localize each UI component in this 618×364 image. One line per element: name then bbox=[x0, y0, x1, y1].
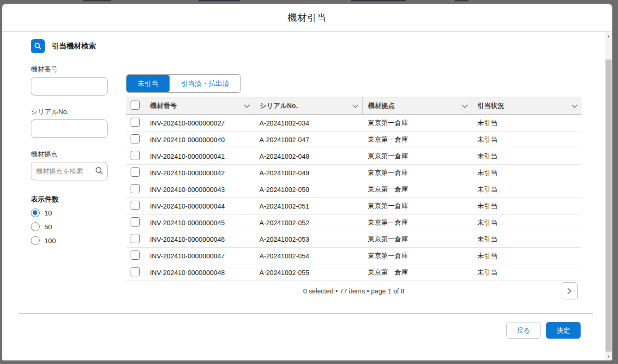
cell-serial-no: A-20241002-051 bbox=[254, 198, 362, 215]
location-search-icon bbox=[95, 167, 103, 177]
equipment-number-input[interactable] bbox=[31, 77, 108, 95]
display-count-label: 表示件数 bbox=[31, 195, 116, 204]
status-tabs: 未引当 引当済・払出済 bbox=[126, 74, 241, 93]
column-header-serial-no[interactable]: シリアルNo. bbox=[254, 97, 362, 115]
next-page-button[interactable] bbox=[561, 282, 578, 299]
row-checkbox[interactable] bbox=[131, 217, 140, 227]
cell-location: 東京第一倉庫 bbox=[362, 131, 472, 148]
radio-icon[interactable] bbox=[31, 222, 40, 231]
results-area: 未引当 引当済・払出済 機材番号 シリアルNo. bbox=[126, 32, 582, 302]
search-icon bbox=[31, 39, 45, 53]
table-row: INV-202410-0000000043 A-20241002-050 東京第… bbox=[126, 181, 582, 198]
column-header-equipment-number[interactable]: 機材番号 bbox=[144, 97, 254, 115]
cell-allocation-status: 未引当 bbox=[472, 148, 582, 165]
chevron-right-icon bbox=[567, 288, 571, 294]
select-all-checkbox[interactable] bbox=[131, 101, 140, 110]
cell-location: 東京第一倉庫 bbox=[362, 181, 472, 198]
cell-location: 東京第一倉庫 bbox=[362, 248, 472, 264]
row-checkbox[interactable] bbox=[131, 118, 140, 127]
display-count-option-50[interactable]: 50 bbox=[31, 221, 116, 232]
cell-allocation-status: 未引当 bbox=[472, 131, 582, 148]
cell-serial-no: A-20241002-052 bbox=[254, 215, 362, 231]
cell-serial-no: A-20241002-054 bbox=[254, 248, 362, 264]
cell-location: 東京第一倉庫 bbox=[362, 231, 472, 248]
row-checkbox-cell bbox=[126, 148, 144, 165]
modal-title: 機材引当 bbox=[288, 12, 327, 24]
row-checkbox[interactable] bbox=[131, 134, 140, 143]
cell-serial-no: A-20241002-050 bbox=[254, 181, 362, 198]
table-row: INV-202410-0000000047 A-20241002-054 東京第… bbox=[126, 248, 582, 264]
equipment-allocation-modal: 機材引当 引当機材検索 機材番号 シリアルNo. 機材拠点 bbox=[2, 4, 612, 361]
cell-allocation-status: 未引当 bbox=[472, 248, 582, 264]
cell-location: 東京第一倉庫 bbox=[362, 198, 472, 215]
pagination: 0 selected • 77 items • page 1 of 8 bbox=[126, 282, 582, 302]
row-checkbox[interactable] bbox=[131, 234, 140, 243]
modal-scrollbar[interactable]: ▲ ▼ bbox=[605, 32, 612, 360]
cell-allocation-status: 未引当 bbox=[472, 198, 582, 215]
cell-serial-no: A-20241002-034 bbox=[254, 115, 362, 131]
chevron-down-icon bbox=[244, 104, 250, 108]
cell-location: 東京第一倉庫 bbox=[362, 148, 472, 165]
display-count-option-10[interactable]: 10 bbox=[31, 208, 116, 218]
scroll-up-button[interactable]: ▲ bbox=[605, 32, 612, 40]
row-checkbox[interactable] bbox=[131, 267, 140, 276]
serial-no-field: シリアルNo. bbox=[31, 107, 116, 138]
radio-selected-icon[interactable] bbox=[31, 209, 40, 217]
search-panel: 引当機材検索 機材番号 シリアルNo. 機材拠点 表示件数 bbox=[31, 32, 116, 245]
table-row: INV-202410-0000000027 A-20241002-034 東京第… bbox=[126, 115, 582, 131]
row-checkbox-cell bbox=[126, 198, 144, 215]
display-count-option-100[interactable]: 100 bbox=[31, 235, 116, 245]
row-checkbox-cell bbox=[126, 264, 144, 281]
table-body: INV-202410-0000000027 A-20241002-034 東京第… bbox=[126, 115, 582, 281]
cell-location: 東京第一倉庫 bbox=[362, 264, 472, 281]
serial-no-input[interactable] bbox=[31, 119, 108, 138]
tab-allocated-issued[interactable]: 引当済・払出済 bbox=[169, 75, 240, 92]
search-panel-title: 引当機材検索 bbox=[52, 42, 96, 51]
table-row: INV-202410-0000000048 A-20241002-055 東京第… bbox=[126, 264, 582, 281]
location-field: 機材拠点 bbox=[31, 150, 116, 180]
column-header-location[interactable]: 機材拠点 bbox=[362, 97, 472, 115]
page-background bbox=[0, 0, 618, 4]
back-button[interactable]: 戻る bbox=[506, 322, 541, 339]
location-search-wrap bbox=[31, 162, 108, 180]
table-row: INV-202410-0000000042 A-20241002-049 東京第… bbox=[126, 165, 582, 181]
serial-no-label: シリアルNo. bbox=[31, 107, 116, 116]
row-checkbox-cell bbox=[126, 115, 144, 131]
cell-serial-no: A-20241002-055 bbox=[254, 264, 362, 281]
scroll-down-button[interactable]: ▼ bbox=[605, 352, 612, 360]
cell-allocation-status: 未引当 bbox=[472, 181, 582, 198]
table-row: INV-202410-0000000045 A-20241002-052 東京第… bbox=[126, 215, 582, 231]
equipment-number-label: 機材番号 bbox=[31, 65, 116, 74]
row-checkbox-cell bbox=[126, 215, 144, 231]
cell-location: 東京第一倉庫 bbox=[362, 115, 472, 131]
cell-allocation-status: 未引当 bbox=[472, 165, 582, 181]
row-checkbox[interactable] bbox=[131, 201, 140, 210]
table-row: INV-202410-0000000040 A-20241002-047 東京第… bbox=[126, 131, 582, 148]
table-row: INV-202410-0000000046 A-20241002-053 東京第… bbox=[126, 231, 582, 248]
row-checkbox[interactable] bbox=[131, 167, 140, 177]
cell-serial-no: A-20241002-053 bbox=[254, 231, 362, 248]
table-row: INV-202410-0000000044 A-20241002-051 東京第… bbox=[126, 198, 582, 215]
row-checkbox[interactable] bbox=[131, 184, 140, 193]
equipment-table: 機材番号 シリアルNo. 機材拠点 引当状況 bbox=[126, 97, 582, 281]
cell-equipment-number: INV-202410-0000000040 bbox=[144, 131, 254, 148]
equipment-number-field: 機材番号 bbox=[31, 65, 116, 95]
chevron-down-icon bbox=[352, 104, 359, 108]
cell-equipment-number: INV-202410-0000000046 bbox=[144, 231, 254, 248]
tab-unallocated[interactable]: 未引当 bbox=[126, 75, 169, 92]
table-row: INV-202410-0000000041 A-20241002-048 東京第… bbox=[126, 148, 582, 165]
cell-equipment-number: INV-202410-0000000041 bbox=[144, 148, 254, 165]
radio-icon[interactable] bbox=[31, 236, 40, 245]
cell-allocation-status: 未引当 bbox=[472, 115, 582, 131]
table-header-row: 機材番号 シリアルNo. 機材拠点 引当状況 bbox=[126, 97, 582, 115]
select-all-checkbox-cell bbox=[126, 97, 144, 115]
confirm-button[interactable]: 決定 bbox=[546, 322, 581, 339]
row-checkbox-cell bbox=[126, 165, 144, 181]
cell-equipment-number: INV-202410-0000000042 bbox=[144, 165, 254, 181]
row-checkbox[interactable] bbox=[131, 151, 140, 160]
row-checkbox[interactable] bbox=[131, 251, 140, 260]
column-header-allocation-status[interactable]: 引当状況 bbox=[472, 97, 582, 115]
modal-body: 引当機材検索 機材番号 シリアルNo. 機材拠点 表示件数 bbox=[2, 32, 605, 360]
scrollbar-thumb[interactable] bbox=[606, 60, 612, 352]
cell-equipment-number: INV-202410-0000000044 bbox=[144, 198, 254, 215]
